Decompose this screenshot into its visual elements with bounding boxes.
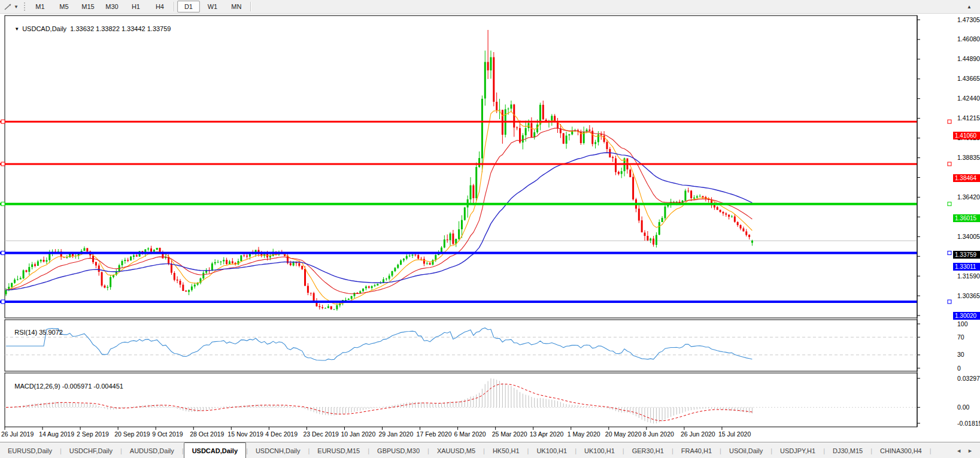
price-level-label-1.41060[interactable]: 1.41060 bbox=[953, 132, 980, 139]
rsi-tick-label: 30 bbox=[957, 351, 964, 358]
toolbar-divider bbox=[250, 2, 251, 11]
price-tick-label: 1.44890 bbox=[957, 55, 980, 62]
rsi-name: RSI(14) bbox=[14, 329, 37, 336]
date-tick-label: 10 Jan 2020 bbox=[341, 430, 375, 438]
date-tick-label: 26 Jun 2020 bbox=[681, 430, 715, 438]
date-tick-label: 23 Dec 2019 bbox=[303, 430, 339, 438]
price-level-label-1.38464[interactable]: 1.38464 bbox=[953, 174, 980, 182]
timeframe-button-group: M1M5M15M30H1H4D1W1MN bbox=[28, 1, 253, 13]
macd-pane-frame bbox=[5, 373, 917, 427]
price-tick-label: 1.36420 bbox=[957, 193, 980, 201]
hline-anchor-right[interactable] bbox=[948, 251, 951, 254]
price-tick-label: 1.34005 bbox=[957, 233, 980, 240]
tab-scroll-right-icon[interactable]: ► bbox=[967, 448, 973, 454]
date-tick-label: 6 Mar 2020 bbox=[454, 430, 486, 438]
toolbar-collapse-icon[interactable]: ▲ bbox=[967, 4, 980, 10]
date-tick-label: 15 Nov 2019 bbox=[227, 430, 263, 438]
chart-ohlc-values: 1.33632 1.33822 1.33442 1.33759 bbox=[70, 25, 171, 32]
date-tick-label: 28 Oct 2019 bbox=[190, 430, 224, 438]
hline-anchor-right[interactable] bbox=[948, 162, 951, 166]
chart-area: 1.473051.460801.448901.436651.424401.412… bbox=[0, 14, 980, 441]
date-tick-label: 15 Jul 2020 bbox=[718, 430, 751, 438]
toolbar-divider bbox=[174, 2, 175, 11]
date-tick-label: 25 Mar 2020 bbox=[492, 430, 527, 438]
tab-eurusd-daily[interactable]: EURUSD,Daily bbox=[0, 442, 60, 458]
hline-anchor-left[interactable] bbox=[1, 162, 5, 166]
price-level-label-1.33011[interactable]: 1.33011 bbox=[953, 263, 980, 271]
time-axis: 26 Jul 201914 Aug 20192 Sep 201920 Sep 2… bbox=[1, 427, 751, 438]
timeframe-button-m30[interactable]: M30 bbox=[101, 1, 123, 13]
tab-china300-h4[interactable]: CHINA300,H4 bbox=[872, 442, 930, 458]
macd-indicator-label: MACD(12,26,9) -0.005971 -0.004451 bbox=[7, 375, 123, 397]
macd-name: MACD(12,26,9) bbox=[14, 383, 60, 390]
tab-ger30-h1[interactable]: GER30,H1 bbox=[624, 442, 672, 458]
tab-usdcnh-daily[interactable]: USDCNH,Daily bbox=[248, 442, 308, 458]
tab-usdjpy-h1[interactable]: USDJPY,H1 bbox=[772, 442, 823, 458]
dropdown-caret-icon: ▼ bbox=[14, 4, 19, 10]
price-level-label-1.30020[interactable]: 1.30020 bbox=[953, 312, 980, 320]
hline-anchor-left[interactable] bbox=[1, 300, 5, 304]
tab-scroll-left-icon[interactable]: ◄ bbox=[956, 448, 961, 454]
current-price-label: 1.33759 bbox=[953, 251, 980, 259]
tab-hk50-h1[interactable]: HK50,H1 bbox=[485, 442, 527, 458]
rsi-value: 35.9072 bbox=[39, 329, 63, 336]
tab-usdchf-daily[interactable]: USDCHF,Daily bbox=[62, 442, 120, 458]
timeframe-button-w1[interactable]: W1 bbox=[201, 1, 224, 13]
timeframe-button-h4[interactable]: H4 bbox=[148, 1, 171, 13]
date-tick-label: 9 Oct 2019 bbox=[152, 430, 183, 438]
date-tick-label: 20 Sep 2019 bbox=[114, 430, 150, 438]
date-tick-label: 17 Feb 2020 bbox=[417, 430, 452, 438]
tab-audusd-daily[interactable]: AUDUSD,Daily bbox=[122, 442, 182, 458]
hline-anchor-right[interactable] bbox=[948, 120, 951, 123]
tab-usdcad-daily[interactable]: USDCAD,Daily bbox=[184, 442, 246, 458]
price-tick-label: 1.41215 bbox=[957, 114, 980, 122]
price-tick-label: 1.43665 bbox=[957, 75, 980, 82]
tab-fra40-h1[interactable]: FRA40,H1 bbox=[673, 442, 720, 458]
timeframe-button-m15[interactable]: M15 bbox=[77, 1, 99, 13]
tab-scroll-controls: ◄► bbox=[949, 442, 980, 458]
date-tick-label: 1 May 2020 bbox=[568, 430, 600, 438]
symbol-tab-bar: EURUSD,Daily|USDCHF,Daily|AUDUSD,Daily|U… bbox=[0, 442, 980, 458]
rsi-indicator-label: RSI(14) 35.9072 bbox=[7, 321, 63, 343]
rsi-tick-label: 0 bbox=[957, 365, 961, 372]
date-tick-label: 4 Dec 2019 bbox=[265, 430, 298, 438]
chart-canvas: 1.473051.460801.448901.436651.424401.412… bbox=[0, 14, 980, 441]
price-tick-label: 1.30365 bbox=[957, 292, 980, 299]
timeframe-button-m5[interactable]: M5 bbox=[53, 1, 75, 13]
tab-uk100-h1[interactable]: UK100,H1 bbox=[577, 442, 623, 458]
price-tick-label: 1.42440 bbox=[957, 95, 980, 102]
price-tick-label: 1.47305 bbox=[957, 16, 980, 23]
trendline-tool-icon bbox=[4, 2, 13, 11]
macd-tick-label: -0.018154 bbox=[957, 420, 980, 427]
price-level-label-1.36015[interactable]: 1.36015 bbox=[953, 214, 980, 222]
hline-anchor-left[interactable] bbox=[1, 202, 5, 206]
line-tool-button[interactable]: ▼ bbox=[0, 0, 21, 13]
timeframe-button-h1[interactable]: H1 bbox=[125, 1, 147, 13]
timeframe-button-mn[interactable]: MN bbox=[225, 1, 248, 13]
chart-title: ▼USDCAD,Daily 1.33632 1.33822 1.33442 1.… bbox=[7, 18, 171, 40]
tab-xauusd-m5[interactable]: XAUUSD,M5 bbox=[429, 442, 483, 458]
date-tick-label: 2 Sep 2019 bbox=[77, 430, 109, 438]
hline-anchor-right[interactable] bbox=[948, 202, 951, 206]
timeframe-button-d1[interactable]: D1 bbox=[177, 1, 200, 13]
tab-dj30-m15[interactable]: DJ30,M15 bbox=[825, 442, 870, 458]
toolbar-grip bbox=[24, 2, 25, 11]
date-tick-label: 14 Aug 2019 bbox=[39, 430, 74, 438]
rsi-tick-label: 70 bbox=[957, 333, 964, 341]
hline-anchor-left[interactable] bbox=[1, 251, 5, 254]
tab-usoil-daily[interactable]: USOil,Daily bbox=[721, 442, 770, 458]
price-tick-label: 1.31590 bbox=[957, 272, 980, 280]
macd-values: -0.005971 -0.004451 bbox=[62, 383, 123, 390]
hline-anchor-left[interactable] bbox=[1, 120, 5, 123]
tab-separator: | bbox=[930, 447, 932, 454]
tab-gbpusd-m30[interactable]: GBPUSD,M30 bbox=[369, 442, 427, 458]
date-tick-label: 29 Jan 2020 bbox=[379, 430, 414, 438]
tab-uk100-h1[interactable]: UK100,H1 bbox=[529, 442, 575, 458]
price-tick-label: 1.46080 bbox=[957, 35, 980, 43]
macd-tick-label: 0.00 bbox=[957, 404, 970, 411]
hline-anchor-right[interactable] bbox=[948, 300, 951, 304]
macd-tick-label: 0.032972 bbox=[957, 375, 980, 382]
tab-eurusd-m15[interactable]: EURUSD,M15 bbox=[310, 442, 368, 458]
timeframe-button-m1[interactable]: M1 bbox=[29, 1, 51, 13]
symbol-marker-icon[interactable]: ▼ bbox=[14, 26, 19, 32]
